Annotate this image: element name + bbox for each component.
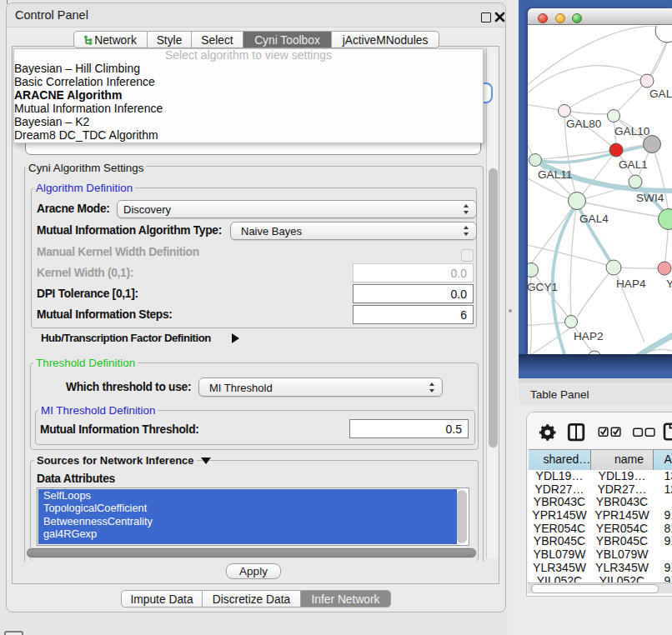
svg-text:GAL1: GAL1 [619, 158, 648, 171]
svg-text:Y: Y [666, 278, 672, 290]
svg-text:HAP4: HAP4 [616, 278, 646, 290]
svg-text:GAL4: GAL4 [579, 212, 609, 225]
svg-text:GAL10: GAL10 [614, 125, 650, 138]
svg-text:HAP2: HAP2 [574, 330, 604, 342]
svg-text:GAL11: GAL11 [538, 168, 572, 181]
svg-text:GCY1: GCY1 [528, 281, 558, 293]
svg-text:SWI4: SWI4 [636, 192, 664, 204]
svg-text:GAL80: GAL80 [566, 118, 602, 130]
svg-text:GAL: GAL [649, 88, 672, 100]
